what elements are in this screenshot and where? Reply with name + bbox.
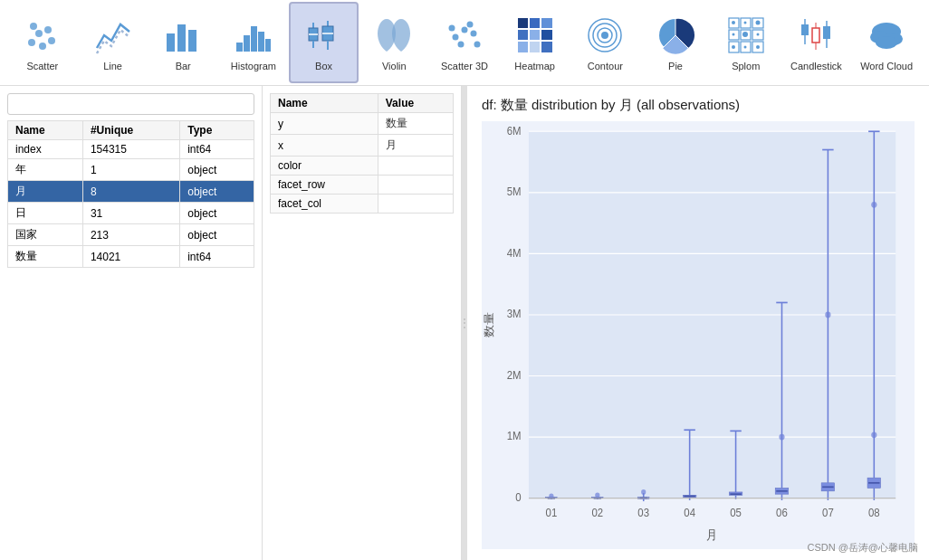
line-icon [91, 14, 135, 57]
toolbar-item-splom[interactable]: Splom [711, 2, 781, 83]
svg-point-103 [595, 492, 599, 498]
heatmap-label: Heatmap [514, 61, 555, 71]
param-row: color [271, 157, 454, 176]
svg-point-1 [35, 30, 43, 37]
svg-rect-71 [823, 26, 830, 39]
candlestick-icon [794, 14, 838, 57]
violin-label: Violin [382, 61, 407, 71]
contour-label: Contour [588, 61, 623, 71]
svg-rect-6 [167, 33, 175, 52]
table-row[interactable]: 月8object [8, 181, 254, 203]
svg-point-124 [779, 434, 784, 441]
heatmap-icon [513, 14, 557, 57]
bar-label: Bar [176, 61, 191, 71]
param-row: facet_row [271, 176, 454, 195]
param-col-name: Name [271, 94, 378, 113]
toolbar-item-bar[interactable]: Bar [148, 2, 218, 83]
toolbar-item-violin[interactable]: Violin [359, 2, 429, 83]
svg-point-23 [461, 27, 467, 33]
box-icon [302, 14, 346, 57]
pie-label: Pie [668, 61, 683, 71]
svg-rect-29 [518, 18, 528, 28]
svg-rect-30 [530, 18, 540, 28]
search-input[interactable] [7, 93, 254, 115]
svg-text:03: 03 [637, 507, 649, 520]
svg-rect-65 [801, 24, 809, 35]
param-row: facet_col [271, 195, 454, 214]
toolbar-item-pie[interactable]: Pie [640, 2, 711, 83]
svg-text:月: 月 [706, 527, 717, 542]
svg-point-76 [876, 36, 897, 49]
histogram-icon [232, 14, 275, 57]
wordcloud-label: Word Cloud [860, 61, 913, 71]
svg-point-0 [28, 39, 35, 46]
violin-icon [372, 14, 416, 57]
svg-text:1M: 1M [507, 430, 522, 443]
svg-point-25 [457, 42, 464, 48]
data-table: Name #Unique Type index154315int64年1obje… [7, 120, 254, 268]
contour-icon [583, 14, 627, 57]
svg-point-24 [470, 31, 476, 37]
svg-rect-68 [812, 28, 819, 43]
svg-text:数量: 数量 [483, 313, 495, 337]
histogram-label: Histogram [231, 61, 276, 71]
scatter-icon [21, 14, 64, 57]
toolbar-item-scatter[interactable]: Scatter [7, 2, 78, 83]
svg-point-27 [448, 25, 455, 32]
scatter-label: Scatter [26, 61, 58, 71]
svg-point-4 [48, 37, 55, 44]
col-header-name: Name [8, 121, 83, 140]
toolbar-item-heatmap[interactable]: Heatmap [500, 2, 570, 83]
svg-rect-31 [541, 18, 552, 28]
scatter3d-label: Scatter 3D [441, 61, 488, 71]
toolbar-item-wordcloud[interactable]: Word Cloud [851, 2, 922, 83]
svg-text:4M: 4M [507, 246, 522, 260]
svg-point-28 [474, 42, 480, 48]
svg-text:02: 02 [591, 507, 603, 520]
table-row[interactable]: index154315int64 [8, 140, 254, 159]
svg-point-60 [756, 33, 759, 36]
svg-text:6M: 6M [507, 124, 522, 138]
candlestick-label: Candlestick [790, 61, 842, 71]
table-row[interactable]: 年1object [8, 159, 254, 181]
table-row[interactable]: 数量14021int64 [8, 246, 254, 268]
toolbar-item-histogram[interactable]: Histogram [218, 2, 289, 83]
svg-point-59 [742, 32, 748, 37]
svg-point-3 [44, 26, 52, 33]
svg-point-136 [871, 432, 876, 438]
param-row: x月 [271, 135, 454, 157]
scatter3d-icon [443, 14, 486, 57]
svg-rect-11 [251, 26, 257, 52]
toolbar-item-line[interactable]: Line [78, 2, 148, 83]
svg-point-62 [743, 46, 746, 49]
left-panel: Name #Unique Type index154315int64年1obje… [0, 86, 263, 560]
svg-rect-9 [236, 43, 243, 52]
svg-text:5M: 5M [507, 185, 522, 199]
splom-label: Splom [732, 61, 760, 71]
svg-rect-8 [188, 30, 196, 52]
svg-text:06: 06 [776, 507, 788, 520]
table-row[interactable]: 国家213object [8, 224, 254, 246]
svg-point-5 [39, 43, 46, 50]
param-table: Name Value y数量x月colorfacet_rowfacet_col [270, 93, 454, 214]
svg-rect-12 [258, 32, 264, 52]
param-col-value: Value [378, 94, 453, 113]
svg-text:07: 07 [822, 507, 834, 520]
svg-point-137 [871, 202, 876, 208]
toolbar-item-candlestick[interactable]: Candlestick [781, 2, 852, 83]
svg-point-63 [756, 45, 760, 49]
svg-point-55 [732, 21, 735, 24]
svg-rect-34 [541, 30, 552, 40]
toolbar-item-scatter3d[interactable]: Scatter 3D [429, 2, 500, 83]
table-row[interactable]: 日31object [8, 203, 254, 224]
toolbar-item-box[interactable]: Box [289, 2, 359, 83]
svg-text:3M: 3M [507, 308, 522, 321]
toolbar-item-contour[interactable]: Contour [570, 2, 641, 83]
middle-panel: Name Value y数量x月colorfacet_rowfacet_col [263, 86, 462, 560]
footer-text: CSDN @岳涛@心馨电脑 [807, 542, 918, 553]
footer: CSDN @岳涛@心馨电脑 [807, 541, 918, 555]
svg-text:05: 05 [730, 507, 742, 520]
svg-rect-7 [177, 24, 186, 52]
line-label: Line [103, 61, 122, 71]
toolbar: Scatter Line Bar [0, 0, 929, 86]
